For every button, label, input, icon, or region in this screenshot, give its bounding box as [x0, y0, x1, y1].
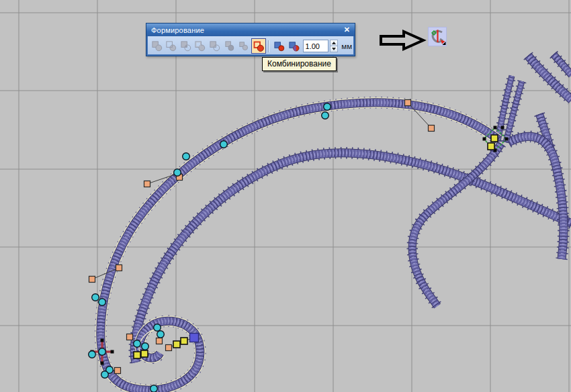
anchor-node-cyan[interactable] — [101, 371, 109, 379]
control-node-black[interactable] — [101, 362, 104, 365]
offset-spinner — [330, 40, 339, 52]
boundary-icon — [238, 40, 249, 52]
anchor-node-cyan[interactable] — [150, 385, 158, 392]
control-node-orange[interactable] — [144, 181, 150, 187]
stitch-band-main-flourish[interactable] — [101, 103, 498, 391]
control-node-yellow[interactable] — [134, 352, 140, 358]
anchor-node-cyan[interactable] — [99, 299, 106, 306]
control-node-blue[interactable] — [190, 334, 199, 342]
stitch-band-lower-flourish[interactable] — [134, 153, 571, 362]
annotation-arrow-icon — [376, 27, 430, 54]
control-node-black[interactable] — [501, 126, 504, 130]
back-minus-front-icon — [224, 40, 235, 52]
control-node-orange[interactable] — [127, 334, 133, 340]
anchor-node-cyan[interactable] — [142, 343, 149, 350]
tool-combine-button[interactable] — [251, 38, 267, 54]
spinner-up-icon — [332, 42, 336, 44]
anchor-node-cyan[interactable] — [174, 169, 181, 177]
spinner-down-button[interactable] — [330, 46, 339, 52]
stitch-band-lower-flourish[interactable] — [134, 153, 571, 362]
diamond-corner-handle[interactable] — [505, 138, 509, 141]
stitch-band-main-flourish[interactable] — [101, 103, 498, 391]
stitch-band-lower-flourish[interactable] — [134, 153, 571, 362]
control-node-orange[interactable] — [429, 126, 435, 132]
tooltip: Комбинирование — [262, 57, 337, 71]
close-icon[interactable]: ✕ — [343, 26, 351, 34]
merge-back-icon — [288, 40, 300, 52]
anchor-node-cyan[interactable] — [154, 324, 161, 332]
anchor-node-cyan[interactable] — [183, 153, 190, 160]
control-node-orange[interactable] — [115, 368, 121, 374]
diamond-corner-handle[interactable] — [483, 138, 486, 141]
weld-icon — [151, 40, 163, 52]
tool-merge-back-button[interactable] — [287, 39, 301, 53]
front-minus-back-icon — [209, 40, 220, 52]
anchor-node-cyan[interactable] — [89, 351, 96, 358]
diamond-corner-handle[interactable] — [494, 126, 497, 130]
spinner-down-icon — [332, 48, 336, 50]
tool-front-minus-back-button[interactable] — [208, 39, 222, 53]
stitch-band-main-flourish[interactable] — [101, 103, 498, 391]
unit-label: мм — [341, 42, 352, 50]
stitch-band-lower-flourish[interactable] — [134, 153, 571, 362]
control-node-orange[interactable] — [89, 277, 95, 283]
stitch-band-main-flourish[interactable] — [101, 103, 498, 391]
stitch-band-main-flourish[interactable] — [101, 103, 498, 391]
tool-weld-button[interactable] — [150, 39, 164, 53]
combine-icon — [253, 40, 265, 52]
curve-node-tool-button[interactable] — [428, 27, 447, 46]
stitch-band-main-flourish[interactable] — [101, 103, 498, 391]
tool-simplify-button[interactable] — [193, 39, 208, 53]
control-node-yellow[interactable] — [488, 143, 494, 150]
control-node-orange[interactable] — [116, 265, 122, 271]
toolbar-buttons: мм — [146, 36, 355, 56]
control-node-black[interactable] — [101, 339, 104, 342]
merge-front-icon — [273, 40, 285, 52]
control-node-black[interactable] — [111, 350, 114, 354]
shaping-toolbar: Формирование ✕ — [146, 23, 355, 56]
offset-value-input[interactable] — [303, 40, 328, 52]
embroidery-workspace: Формирование ✕ — [0, 0, 571, 392]
stitch-band-main-flourish[interactable] — [101, 103, 498, 391]
anchor-node-cyan[interactable] — [322, 112, 329, 119]
control-node-orange[interactable] — [166, 345, 172, 351]
toolbar-titlebar[interactable]: Формирование ✕ — [146, 23, 355, 36]
intersect-icon — [180, 40, 191, 52]
tool-boundary-button[interactable] — [236, 39, 251, 53]
trim-icon — [165, 40, 177, 52]
curve-node-tool-icon — [429, 28, 446, 46]
control-node-yellow[interactable] — [181, 338, 187, 344]
control-node-orange[interactable] — [405, 100, 411, 106]
tool-trim-button[interactable] — [165, 39, 179, 53]
anchor-node-cyan[interactable] — [157, 331, 165, 338]
tool-back-minus-front-button[interactable] — [222, 39, 236, 53]
tool-intersect-button[interactable] — [179, 39, 193, 53]
control-node-yellow[interactable] — [491, 135, 498, 142]
spinner-up-button[interactable] — [330, 40, 339, 46]
anchor-node-cyan[interactable] — [92, 294, 99, 301]
simplify-icon — [194, 40, 206, 52]
control-node-orange[interactable] — [157, 338, 163, 344]
stitch-band-lower-flourish[interactable] — [134, 153, 571, 362]
anchor-node-cyan[interactable] — [99, 348, 106, 356]
stitch-band-lower-flourish[interactable] — [134, 153, 571, 362]
toolbar-separator — [268, 40, 269, 52]
anchor-node-cyan[interactable] — [324, 103, 331, 111]
control-node-yellow[interactable] — [173, 341, 180, 348]
tool-merge-front-button[interactable] — [272, 39, 286, 53]
anchor-node-cyan[interactable] — [134, 340, 141, 348]
toolbar-title: Формирование — [151, 26, 343, 34]
anchor-node-cyan[interactable] — [220, 141, 228, 148]
control-node-yellow[interactable] — [141, 350, 148, 357]
